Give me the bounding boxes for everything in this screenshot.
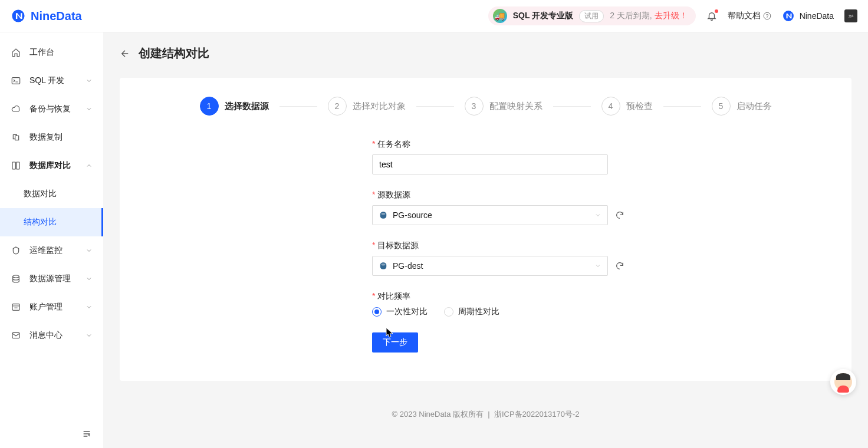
- lang-switcher[interactable]: 文A: [844, 9, 857, 22]
- refresh-target-button[interactable]: [615, 261, 624, 271]
- compare-icon: [11, 161, 21, 170]
- chevron-down-icon: [86, 106, 93, 113]
- lang-icon: 文A: [847, 12, 855, 20]
- sidebar-item-message[interactable]: 消息中心: [0, 321, 103, 350]
- label-task-name: *任务名称: [372, 139, 726, 150]
- label-frequency: *对比频率: [372, 291, 726, 302]
- svg-point-10: [382, 213, 386, 215]
- next-button[interactable]: 下一步: [372, 332, 418, 353]
- chevron-down-icon: [86, 275, 93, 282]
- field-source: *源数据源 PG-source: [372, 190, 726, 225]
- svg-rect-4: [12, 78, 19, 84]
- label-target: *目标数据源: [372, 241, 726, 251]
- refresh-icon: [615, 261, 624, 271]
- support-widget[interactable]: [830, 369, 856, 395]
- help-link[interactable]: 帮助文档 ?: [728, 11, 771, 21]
- datasource-icon: [11, 274, 21, 284]
- upgrade-link[interactable]: 去升级！: [655, 11, 688, 20]
- svg-point-11: [382, 263, 386, 266]
- sidebar-subitem-struct-compare[interactable]: 结构对比: [0, 208, 103, 236]
- username: NineData: [800, 11, 834, 21]
- cloud-icon: [11, 104, 21, 114]
- sidebar-item-ops-monitor[interactable]: 运维监控: [0, 236, 103, 265]
- form-card: 1 选择数据源 2 选择对比对象 3 配置映射关系 4 预检查: [120, 78, 851, 381]
- label-source: *源数据源: [372, 190, 726, 200]
- postgres-icon: [379, 262, 388, 270]
- svg-text:?: ?: [765, 14, 768, 19]
- svg-rect-5: [12, 162, 15, 169]
- refresh-source-button[interactable]: [615, 210, 624, 220]
- select-source[interactable]: PG-source: [372, 205, 608, 225]
- step-2: 2 选择对比对象: [328, 97, 406, 116]
- help-icon: ?: [763, 12, 771, 20]
- sidebar-collapse-toggle[interactable]: [0, 420, 103, 448]
- terminal-icon: [11, 76, 21, 85]
- svg-text:文A: 文A: [849, 14, 854, 18]
- svg-point-7: [13, 275, 19, 278]
- footer: © 2023 NineData 版权所有 | 浙ICP备2022013170号-…: [103, 391, 868, 431]
- sidebar-item-replication[interactable]: 数据复制: [0, 123, 103, 151]
- radio-group-frequency: 一次性对比 周期性对比: [372, 307, 726, 317]
- expire-text: 2 天后到期, 去升级！: [610, 11, 687, 21]
- sidebar: 工作台 SQL 开发 备份与恢复 数据复制 数据库对比: [0, 32, 103, 448]
- step-3: 3 配置映射关系: [465, 97, 542, 116]
- logo-text: NineData: [31, 9, 82, 23]
- edition-banner[interactable]: 🚚 SQL 开发专业版 试用 2 天后到期, 去升级！: [488, 6, 696, 25]
- chevron-down-icon: [86, 304, 93, 311]
- select-target[interactable]: PG-dest: [372, 256, 608, 276]
- chevron-up-icon: [86, 162, 93, 169]
- sidebar-item-db-compare[interactable]: 数据库对比: [0, 151, 103, 180]
- copy-icon: [11, 133, 21, 142]
- logo-icon: [11, 8, 26, 24]
- monitor-icon: [11, 246, 21, 255]
- page-title: 创建结构对比: [139, 45, 209, 61]
- refresh-icon: [615, 210, 624, 220]
- sidebar-menu: 工作台 SQL 开发 备份与恢复 数据复制 数据库对比: [0, 32, 103, 420]
- sidebar-item-account[interactable]: 账户管理: [0, 293, 103, 321]
- svg-rect-6: [17, 162, 19, 169]
- chevron-down-icon: [594, 212, 601, 219]
- step-1: 1 选择数据源: [200, 97, 269, 116]
- field-frequency: *对比频率 一次性对比 周期性对比: [372, 291, 726, 317]
- mail-icon: [11, 331, 21, 340]
- banner-title: SQL 开发专业版: [513, 11, 573, 21]
- radio-periodic[interactable]: 周期性对比: [444, 307, 499, 317]
- step-indicator: 1 选择数据源 2 选择对比对象 3 配置映射关系 4 预检查: [143, 97, 828, 116]
- sidebar-subitem-data-compare[interactable]: 数据对比: [0, 180, 103, 208]
- chevron-down-icon: [594, 262, 601, 269]
- postgres-icon: [379, 211, 388, 219]
- chevron-down-icon: [86, 77, 93, 84]
- field-target: *目标数据源 PG-dest: [372, 241, 726, 276]
- account-icon: [11, 302, 21, 312]
- form: *任务名称 *源数据源 PG-source: [372, 139, 726, 353]
- icp-link[interactable]: 浙ICP备2022013170号-2: [494, 410, 580, 419]
- page-header: 创建结构对比: [103, 32, 868, 67]
- radio-once[interactable]: 一次性对比: [372, 307, 428, 317]
- notification-dot: [715, 9, 718, 13]
- sidebar-item-backup[interactable]: 备份与恢复: [0, 95, 103, 123]
- input-task-name[interactable]: [372, 154, 608, 174]
- notification-bell[interactable]: [706, 11, 717, 21]
- main-content: 创建结构对比 1 选择数据源 2 选择对比对象 3 配置映射关系: [103, 32, 868, 448]
- logo[interactable]: NineData: [11, 8, 82, 24]
- sidebar-item-datasource[interactable]: 数据源管理: [0, 265, 103, 293]
- sidebar-item-sql-dev[interactable]: SQL 开发: [0, 67, 103, 95]
- field-task-name: *任务名称: [372, 139, 726, 174]
- chevron-down-icon: [86, 332, 93, 339]
- step-5: 5 启动任务: [712, 97, 772, 116]
- svg-rect-8: [12, 304, 19, 311]
- trial-chip: 试用: [579, 10, 604, 22]
- arrow-left-icon: [120, 48, 130, 59]
- sidebar-item-workbench[interactable]: 工作台: [0, 38, 103, 67]
- user-brand-icon: [782, 9, 795, 22]
- user-menu[interactable]: NineData: [782, 9, 834, 22]
- chevron-down-icon: [86, 247, 93, 254]
- collapse-icon: [82, 429, 91, 439]
- step-4: 4 预检查: [601, 97, 653, 116]
- top-header: NineData 🚚 SQL 开发专业版 试用 2 天后到期, 去升级！ 帮助文…: [0, 0, 868, 32]
- avatar-icon: [834, 373, 852, 391]
- back-button[interactable]: [120, 48, 130, 59]
- home-icon: [11, 48, 21, 57]
- truck-icon: 🚚: [493, 9, 507, 23]
